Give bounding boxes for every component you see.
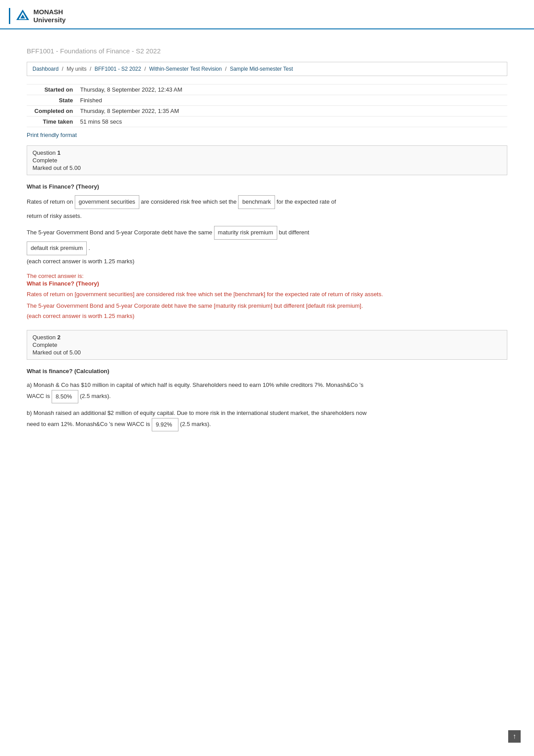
new-wacc-value: 9.92% <box>152 418 178 431</box>
question1-fill-line2: The 5-year Government Bond and 5-year Co… <box>27 226 507 240</box>
fill2-after: but different <box>279 229 309 236</box>
breadcrumb-myunits: My units <box>67 66 87 72</box>
logo-text: MONASH University <box>33 8 66 24</box>
question2-para-b: b) Monash raised an additional $2 millio… <box>27 408 507 431</box>
wacc-marks: (2.5 marks). <box>80 393 111 399</box>
fill2-blank1: maturity risk premium <box>214 226 277 240</box>
question1-number: Question 1 <box>32 149 502 156</box>
state-label: State <box>27 97 80 104</box>
breadcrumb-sep-3: / <box>145 66 146 72</box>
question2-para-a: a) Monash & Co has $10 million in capita… <box>27 380 507 403</box>
started-label: Started on <box>27 86 80 93</box>
q2-para-b-text: b) Monash raised an additional $2 millio… <box>27 410 367 416</box>
fill2-before: The 5-year Government Bond and 5-year Co… <box>27 229 212 236</box>
breadcrumb-revision[interactable]: Within-Semester Test Revision <box>149 66 222 72</box>
question1-content: What is Finance? (Theory) Rates of retur… <box>27 183 507 265</box>
time-label: Time taken <box>27 118 80 125</box>
breadcrumb-course[interactable]: BFF1001 - S2 2022 <box>94 66 141 72</box>
wacc-value: 8.50% <box>52 390 78 403</box>
correct-answer-section: The correct answer is: What is Finance? … <box>27 273 507 319</box>
question2-marks: Marked out of 5.00 <box>32 349 502 356</box>
correct-text1: Rates of return on [government securitie… <box>27 290 507 299</box>
q2-para-a-text: a) Monash & Co has $10 million in capita… <box>27 382 364 388</box>
breadcrumb-test[interactable]: Sample Mid-semester Test <box>230 66 293 72</box>
monash-logo-icon <box>15 8 31 24</box>
print-link-area: Print friendly format <box>27 132 507 138</box>
scroll-to-top-button[interactable]: ↑ <box>508 730 521 743</box>
info-row-started: Started on Thursday, 8 September 2022, 1… <box>27 84 507 95</box>
new-wacc-before: need to earn 12%. Monash&Co 's new WACC … <box>27 421 150 427</box>
info-row-time: Time taken 51 mins 58 secs <box>27 117 507 127</box>
started-value: Thursday, 8 September 2022, 12:43 AM <box>80 86 182 93</box>
breadcrumb-sep-1: / <box>62 66 63 72</box>
question1-title: What is Finance? (Theory) <box>27 183 507 190</box>
question2-title: What is finance? (Calculation) <box>27 368 507 374</box>
fill1-cont: return of risky assets. <box>27 213 82 219</box>
correct-text2: The 5-year Government Bond and 5-year Co… <box>27 301 507 311</box>
new-wacc-marks: (2.5 marks). <box>180 421 211 427</box>
header: MONASH University <box>0 0 534 29</box>
state-value: Finished <box>80 97 102 104</box>
fill1-after-text: are considered risk free which set the <box>141 198 236 205</box>
correct-each: (each correct answer is worth 1.25 marks… <box>27 313 507 319</box>
logo-area: MONASH University <box>9 8 66 24</box>
time-value: 51 mins 58 secs <box>80 118 122 125</box>
question1-fill-line1b: return of risky assets. <box>27 211 507 222</box>
breadcrumb-sep-4: / <box>225 66 227 72</box>
fill2-blank2: default risk premium <box>27 241 87 255</box>
completed-label: Completed on <box>27 108 80 114</box>
fill1-blank2: benchmark <box>238 195 275 209</box>
correct-title: What is Finance? (Theory) <box>27 280 507 287</box>
question1-fill-line1: Rates of return on government securities… <box>27 195 507 209</box>
question1-each-mark: (each correct answer is worth 1.25 marks… <box>27 258 507 265</box>
fill1-before: Rates of return on <box>27 198 73 205</box>
fill1-blank1: government securities <box>75 195 139 209</box>
question1-header-box: Question 1 Complete Marked out of 5.00 <box>27 145 507 175</box>
question1-marks: Marked out of 5.00 <box>32 165 502 171</box>
question2-status: Complete <box>32 342 502 348</box>
info-row-completed: Completed on Thursday, 8 September 2022,… <box>27 106 507 117</box>
completed-value: Thursday, 8 September 2022, 1:35 AM <box>80 108 179 114</box>
fill1-end: for the expected rate of <box>276 198 336 205</box>
question1-status: Complete <box>32 157 502 164</box>
question1-fill-line2b: default risk premium . <box>27 241 507 255</box>
fill2-end: . <box>89 245 90 251</box>
info-table: Started on Thursday, 8 September 2022, 1… <box>27 84 507 127</box>
info-row-state: State Finished <box>27 95 507 106</box>
correct-answer-label: The correct answer is: <box>27 273 507 279</box>
question2-header-box: Question 2 Complete Marked out of 5.00 <box>27 330 507 360</box>
breadcrumb-sep-2: / <box>90 66 91 72</box>
course-title: BFF1001 - Foundations of Finance - S2 20… <box>27 47 507 55</box>
print-friendly-link[interactable]: Print friendly format <box>27 132 77 138</box>
wacc-label: WACC is <box>27 393 50 399</box>
breadcrumb: Dashboard / My units / BFF1001 - S2 2022… <box>27 62 507 76</box>
question2-number: Question 2 <box>32 334 502 341</box>
question2-content: What is finance? (Calculation) a) Monash… <box>27 368 507 431</box>
breadcrumb-dashboard[interactable]: Dashboard <box>32 66 59 72</box>
course-title-area: BFF1001 - Foundations of Finance - S2 20… <box>0 29 534 62</box>
scroll-top-icon: ↑ <box>513 732 516 740</box>
